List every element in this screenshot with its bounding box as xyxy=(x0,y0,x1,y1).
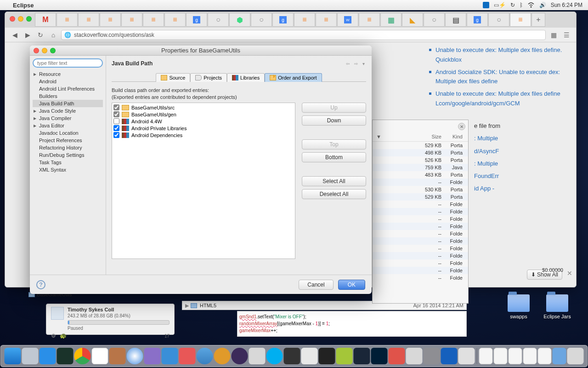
so-link[interactable]: : Multiple xyxy=(474,157,520,170)
desktop-folder-swapps[interactable]: swapps xyxy=(503,294,535,319)
browser-tab[interactable]: ≡ xyxy=(100,13,121,27)
export-checkbox[interactable] xyxy=(113,132,119,138)
finder-row[interactable]: 759 KBJava xyxy=(373,164,468,171)
tree-item-java-editor[interactable]: Java Editor xyxy=(33,122,103,129)
dock-icon[interactable] xyxy=(354,348,370,364)
calendar-dock-icon[interactable] xyxy=(92,348,108,364)
dock-icon[interactable] xyxy=(389,348,405,364)
finder-dock-icon[interactable] xyxy=(5,348,21,364)
unity-dock-icon[interactable] xyxy=(284,348,300,364)
up-button[interactable]: Up xyxy=(302,103,366,113)
appstore-dock-icon[interactable] xyxy=(40,348,56,364)
photoshop-dock-icon[interactable] xyxy=(371,348,388,364)
finder-row[interactable]: --Folde xyxy=(373,259,468,267)
browser-tab[interactable]: ○ xyxy=(488,13,509,27)
browser-tab[interactable]: ○ xyxy=(251,13,272,27)
browser-tab[interactable]: ◣ xyxy=(402,13,423,27)
tree-item-xml-syntax[interactable]: XML Syntax xyxy=(33,166,103,173)
browser-tab-active[interactable]: ≡ xyxy=(510,13,531,27)
finder-row[interactable]: --Folde xyxy=(373,237,468,245)
help-icon[interactable]: ? xyxy=(36,280,45,289)
so-link[interactable]: Android Socialize SDK: Unable to execute… xyxy=(427,66,570,88)
ok-button[interactable]: OK xyxy=(338,280,365,290)
close-icon[interactable]: ✕ xyxy=(567,270,572,277)
tree-item-java-compiler[interactable]: Java Compiler xyxy=(33,115,103,122)
menubar-app-name[interactable]: Eclipse xyxy=(13,2,34,9)
finder-row[interactable]: 530 KBPorta xyxy=(373,186,468,193)
folder-dock-icon[interactable] xyxy=(494,348,508,364)
mail-dock-icon[interactable] xyxy=(162,348,178,364)
export-checkbox[interactable] xyxy=(113,125,119,131)
tab-order-and-export[interactable]: Order and Export xyxy=(265,73,322,82)
browser-tab[interactable]: ≡ xyxy=(294,13,315,27)
spotlight-close-icon[interactable]: ✕ xyxy=(458,123,465,130)
order-item[interactable]: Android Dependencies xyxy=(113,132,294,138)
finder-row[interactable]: --Folde xyxy=(373,223,468,230)
folder-dock-icon[interactable] xyxy=(538,348,552,364)
downloads-dock-icon[interactable] xyxy=(553,348,566,364)
browser-tab[interactable]: ▦ xyxy=(380,13,401,27)
finder-row[interactable]: --Folde xyxy=(373,230,468,237)
back-button[interactable]: ◀ xyxy=(10,30,20,40)
order-item[interactable]: BaseGameUtils/src xyxy=(113,104,294,111)
finder-row[interactable]: 483 KBPorta xyxy=(373,171,468,178)
eclipse-code-editor[interactable]: gmSnd1.setText("Mixer is OFF"); randomMi… xyxy=(237,311,467,337)
browser-tab[interactable]: g xyxy=(186,13,207,27)
tab-source[interactable]: Source xyxy=(156,73,190,82)
folder-dock-icon[interactable] xyxy=(479,348,493,364)
wifi-icon[interactable] xyxy=(527,2,535,8)
so-link[interactable]: : Multiple xyxy=(474,132,520,144)
chrome-dock-icon[interactable] xyxy=(74,348,91,364)
tree-item-builders[interactable]: Builders xyxy=(33,92,103,100)
dock-icon[interactable] xyxy=(249,348,266,364)
url-bar[interactable]: 🌐 stackoverflow.com/questions/ask xyxy=(61,30,546,40)
menubar-clock[interactable]: Sun 6:24 PM xyxy=(551,2,582,8)
so-link[interactable]: FoundErr xyxy=(474,170,520,182)
trash-dock-icon[interactable] xyxy=(567,348,584,364)
qr-icon[interactable]: ▦ xyxy=(548,30,559,40)
cancel-button[interactable]: Cancel xyxy=(299,280,333,290)
volume-icon[interactable]: 🔊 xyxy=(539,2,546,8)
close-button[interactable] xyxy=(34,48,39,53)
tree-item-project-references[interactable]: Project References xyxy=(33,137,103,144)
home-button[interactable]: ⌂ xyxy=(48,30,58,40)
tree-item-java-code-style[interactable]: Java Code Style xyxy=(33,107,103,115)
battery-icon[interactable]: ▭⚡ xyxy=(494,2,506,8)
browser-tab[interactable]: ≡ xyxy=(57,13,78,27)
browser-tab[interactable]: ▤ xyxy=(445,13,466,27)
finder-row[interactable]: --Folde xyxy=(373,201,468,208)
dock-icon[interactable] xyxy=(214,348,231,364)
bluetooth-dock-icon[interactable] xyxy=(441,348,458,364)
itunes-dock-icon[interactable] xyxy=(127,348,143,364)
browser-tab[interactable]: ○ xyxy=(424,13,445,27)
teamviewer-icon[interactable] xyxy=(483,2,489,8)
tree-item-java-build-path[interactable]: Java Build Path xyxy=(33,100,103,107)
zoom-button[interactable] xyxy=(50,48,56,53)
dock-icon[interactable] xyxy=(301,348,318,364)
zoom-button[interactable] xyxy=(26,16,32,22)
dock-icon[interactable] xyxy=(197,348,213,364)
close-button[interactable] xyxy=(10,16,15,22)
deselect-all-button[interactable]: Deselect All xyxy=(302,189,366,199)
tree-item-android[interactable]: Android xyxy=(33,78,103,85)
filter-input[interactable] xyxy=(33,58,103,68)
browser-tab[interactable]: g xyxy=(272,13,294,27)
browser-tab[interactable]: ≡ xyxy=(78,13,99,27)
tree-item-refactoring-history[interactable]: Refactoring History xyxy=(33,144,103,151)
tree-item-javadoc-location[interactable]: Javadoc Location xyxy=(33,129,103,137)
minimize-button[interactable] xyxy=(18,16,23,22)
browser-tab[interactable]: ○ xyxy=(208,13,229,27)
finder-row[interactable]: --Folde xyxy=(373,215,468,223)
back-history-icon[interactable]: ⇦ xyxy=(345,61,351,67)
browser-tab[interactable]: ≡ xyxy=(359,13,380,27)
select-all-button[interactable]: Select All xyxy=(302,176,366,186)
bluetooth-icon[interactable]: ᛒ xyxy=(520,2,523,8)
forward-button[interactable]: ▶ xyxy=(23,30,33,40)
browser-tab[interactable]: g xyxy=(467,13,488,27)
order-item[interactable]: BaseGameUtils/gen xyxy=(113,111,294,118)
android-dock-icon[interactable] xyxy=(336,348,353,364)
browser-tab[interactable]: ≡ xyxy=(164,13,186,27)
skype-dock-icon[interactable] xyxy=(266,348,283,364)
finder-row[interactable]: 526 KBPorta xyxy=(373,156,468,164)
browser-tab[interactable]: ⬢ xyxy=(229,13,250,27)
